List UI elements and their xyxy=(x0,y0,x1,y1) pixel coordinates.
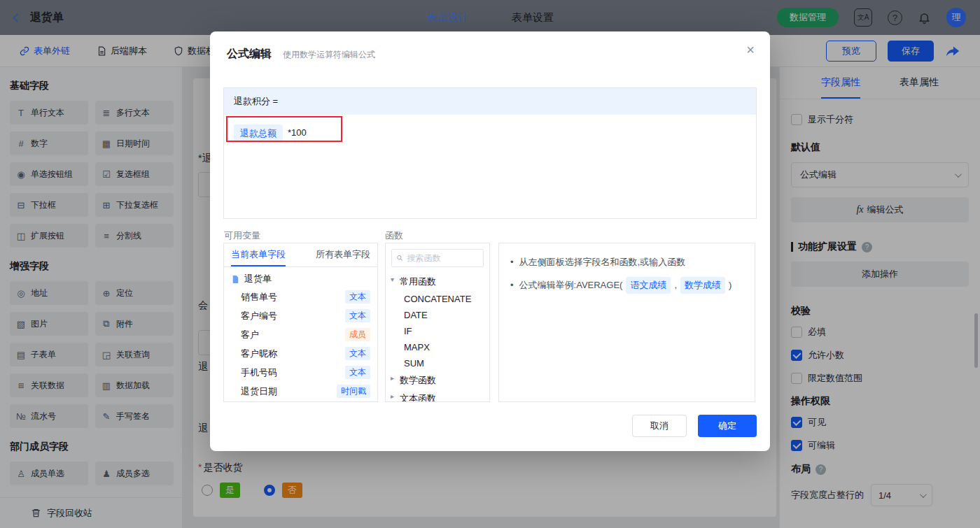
search-input[interactable] xyxy=(407,253,479,263)
close-icon[interactable]: × xyxy=(746,43,755,57)
formula-lhs: 退款积分 = xyxy=(224,88,756,115)
confirm-button[interactable]: 确定 xyxy=(698,415,757,437)
cancel-button[interactable]: 取消 xyxy=(632,415,687,437)
function-row[interactable]: CONCATENATE xyxy=(386,291,489,307)
field-type-tag: 文本 xyxy=(345,290,370,304)
variable-field-row[interactable]: 客户昵称 文本 xyxy=(224,344,377,363)
tab-all-form-fields[interactable]: 所有表单字段 xyxy=(316,243,370,266)
tip-text: 从左侧面板选择字段名和函数,或输入函数 xyxy=(519,255,686,270)
variables-panel: 当前表单字段 所有表单字段 退货单 销售单号 文本 客户编号 文本 xyxy=(223,243,378,402)
tip-line-2: • 公式编辑举例:AVERAGE( 语文成绩 , 数学成绩 ) xyxy=(510,277,743,294)
formula-input-area[interactable]: 退款总额 *100 xyxy=(224,115,756,152)
function-search[interactable] xyxy=(391,249,484,267)
bullet: • xyxy=(510,255,514,270)
tip-line-1: • 从左侧面板选择字段名和函数,或输入函数 xyxy=(510,255,743,270)
form-root-node[interactable]: 退货单 xyxy=(224,267,377,287)
function-row[interactable]: SUM xyxy=(386,355,489,371)
field-name: 客户昵称 xyxy=(241,348,277,360)
field-name: 销售单号 xyxy=(241,291,277,304)
field-name: 客户 xyxy=(241,329,259,341)
field-type-tag: 文本 xyxy=(345,366,370,379)
formula-expression: *100 xyxy=(288,124,307,138)
function-row[interactable]: MAPX xyxy=(386,339,489,355)
function-row[interactable]: IF xyxy=(386,323,489,339)
functions-label: 函数 xyxy=(385,229,403,242)
variable-field-row[interactable]: 退货日期 时间戳 xyxy=(224,382,377,401)
tab-current-form-fields[interactable]: 当前表单字段 xyxy=(231,243,286,266)
app: 退货单 表单设计 表单设置 数据管理 文A ? 理 表单外链 后端脚本 数据权限 xyxy=(0,0,980,528)
field-name: 客户编号 xyxy=(241,310,277,322)
field-token-chip[interactable]: 退款总额 xyxy=(234,124,283,143)
example-field-chip: 数学成绩 xyxy=(680,277,725,294)
tip-text: ) xyxy=(729,278,732,293)
search-icon xyxy=(396,254,403,262)
function-row[interactable]: 常用函数 xyxy=(386,273,489,291)
document-icon xyxy=(231,275,240,284)
field-type-tag: 文本 xyxy=(345,309,370,322)
modal-title: 公式编辑 xyxy=(227,47,272,62)
variable-field-row[interactable]: 客户编号 文本 xyxy=(224,306,377,325)
tip-text: 公式编辑举例:AVERAGE( xyxy=(519,278,623,293)
function-row[interactable]: 数学函数 xyxy=(386,371,489,390)
modal-subtitle: 使用数学运算符编辑公式 xyxy=(283,49,375,61)
formula-edit-modal: 公式编辑 使用数学运算符编辑公式 × 退款积分 = 退款总额 *100 可用变量… xyxy=(210,31,770,451)
bullet: • xyxy=(510,278,514,293)
modal-header: 公式编辑 使用数学运算符编辑公式 xyxy=(210,31,770,62)
variables-label: 可用变量 xyxy=(224,229,260,242)
field-type-tag: 文本 xyxy=(345,347,370,360)
formula-editor: 退款积分 = 退款总额 *100 xyxy=(223,87,757,219)
variable-field-row[interactable]: 客户 成员 xyxy=(224,325,377,344)
variable-field-row[interactable]: 销售单号 文本 xyxy=(224,287,377,306)
example-field-chip: 语文成绩 xyxy=(626,277,671,294)
tip-text: , xyxy=(674,278,677,293)
field-type-tag: 时间戳 xyxy=(337,385,370,398)
field-name: 退货日期 xyxy=(241,385,277,398)
modal-footer: 取消 确定 xyxy=(632,415,757,437)
function-row[interactable]: DATE xyxy=(386,307,489,323)
function-row[interactable]: 文本函数 xyxy=(386,390,489,402)
tips-panel: • 从左侧面板选择字段名和函数,或输入函数 • 公式编辑举例:AVERAGE( … xyxy=(498,243,755,402)
functions-panel: 常用函数 CONCATENATE DATE IF MAPX SUM 数学函数 文… xyxy=(385,243,490,402)
field-name: 手机号码 xyxy=(241,366,277,379)
field-type-tag: 成员 xyxy=(345,328,370,341)
form-root-label: 退货单 xyxy=(244,273,272,285)
variable-field-row[interactable]: 手机号码 文本 xyxy=(224,363,377,382)
variables-tabs: 当前表单字段 所有表单字段 xyxy=(224,243,377,267)
